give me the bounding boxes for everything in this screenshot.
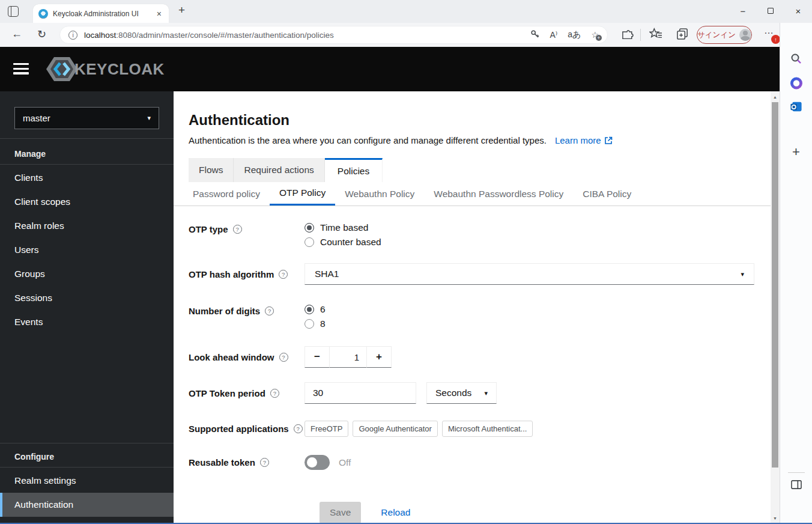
sidebar-item-groups[interactable]: Groups [0, 262, 174, 286]
close-window-button[interactable]: × [784, 0, 812, 22]
tab-flows[interactable]: Flows [189, 158, 234, 182]
new-tab-button[interactable]: + [178, 4, 185, 17]
otp-hash-algorithm-select[interactable]: SHA1 ▾ [304, 263, 754, 285]
site-info-icon[interactable]: i [68, 31, 77, 40]
otp-token-period-label: OTP Token period ? [189, 382, 304, 404]
reload-link[interactable]: Reload [381, 507, 410, 518]
otp-type-time-based-option[interactable]: Time based [304, 222, 381, 233]
sidebar-item-realm-roles[interactable]: Realm roles [0, 214, 174, 238]
subtab-ciba-policy[interactable]: CIBA Policy [573, 182, 641, 206]
sidebar-item-authentication[interactable]: Authentication [0, 493, 174, 517]
supported-applications-label-text: Supported applications [189, 424, 289, 434]
subtab-webauthn-passwordless-policy[interactable]: Webauthn Passwordless Policy [424, 182, 573, 206]
subtab-webauthn-policy[interactable]: Webauthn Policy [335, 182, 424, 206]
sidebar-item-users[interactable]: Users [0, 238, 174, 262]
microsoft-365-icon[interactable] [790, 77, 802, 92]
radio-checked-icon[interactable] [304, 305, 314, 314]
look-ahead-window-input[interactable]: 1 [330, 346, 366, 368]
number-of-digits-help-icon[interactable]: ? [265, 306, 274, 315]
page-description: Authentication is the area where you can… [189, 135, 547, 145]
otp-hash-algorithm-help-icon[interactable]: ? [279, 270, 288, 279]
stepper-minus-button[interactable]: − [304, 346, 330, 368]
otp-token-period-input[interactable]: 30 [304, 382, 416, 404]
keycloak-logo[interactable]: KEYCLOAK [44, 55, 165, 83]
otp-hash-algorithm-label: OTP hash algorithm ? [189, 263, 304, 285]
tab-close-icon[interactable]: × [155, 9, 163, 19]
otp-policy-form: OTP type ? Time based Counter based OTP … [174, 222, 771, 523]
reusable-token-toggle[interactable] [304, 455, 330, 470]
subtab-otp-policy[interactable]: OTP Policy [270, 182, 335, 206]
extensions-icon[interactable] [622, 28, 635, 43]
digits-8-label: 8 [320, 318, 326, 329]
sidebar-item-events[interactable]: Events [0, 310, 174, 334]
scrollbar-thumb[interactable] [772, 102, 778, 468]
nav-section-configure: Configure [14, 452, 54, 462]
digits-6-option[interactable]: 6 [304, 304, 326, 315]
collections-icon[interactable] [676, 28, 689, 43]
nav-toggle-icon[interactable] [13, 63, 29, 75]
sidebar-add-icon[interactable]: + [792, 144, 800, 160]
stepper-plus-button[interactable]: + [366, 346, 392, 368]
radio-checked-icon[interactable] [304, 223, 314, 233]
otp-token-period-help-icon[interactable]: ? [270, 389, 279, 398]
tab-policies[interactable]: Policies [325, 158, 383, 182]
otp-type-options: Time based Counter based [304, 222, 381, 248]
reusable-token-state: Off [339, 457, 351, 468]
signin-avatar-icon [739, 29, 751, 41]
sidebar-item-clients[interactable]: Clients [0, 166, 174, 190]
otp-token-period-row: OTP Token period ? 30 Seconds ▾ [189, 382, 771, 404]
otp-token-period-unit-select[interactable]: Seconds ▾ [426, 382, 497, 404]
radio-unchecked-icon[interactable] [304, 237, 314, 247]
sidebar-item-realm-settings[interactable]: Realm settings [0, 469, 174, 493]
reusable-token-help-icon[interactable]: ? [260, 458, 269, 467]
external-link-icon [604, 136, 613, 145]
look-ahead-window-help-icon[interactable]: ? [279, 353, 288, 362]
favorites-icon[interactable] [649, 28, 662, 42]
browser-tab[interactable]: Keycloak Administration UI × [33, 4, 169, 23]
otp-hash-algorithm-row: OTP hash algorithm ? SHA1 ▾ [189, 263, 771, 285]
realm-name: master [23, 113, 50, 123]
minimize-button[interactable]: − [729, 0, 757, 22]
save-button[interactable]: Save [320, 502, 361, 523]
translate-icon[interactable]: aあ [568, 29, 581, 40]
learn-more-link[interactable]: Learn more [555, 135, 613, 145]
otp-type-label: OTP type ? [189, 222, 304, 248]
outlook-icon[interactable] [790, 100, 802, 115]
reusable-token-label: Reusable token ? [189, 455, 304, 470]
realm-selector[interactable]: master ▾ [14, 107, 159, 129]
supported-applications-row: Supported applications ? FreeOTP Google … [189, 421, 771, 437]
subtab-password-policy[interactable]: Password policy [183, 182, 270, 206]
tab-required-actions[interactable]: Required actions [234, 158, 324, 182]
password-key-icon[interactable] [530, 29, 540, 41]
read-aloud-icon[interactable]: A⁾ [550, 30, 558, 40]
sidebar-panel-icon[interactable] [790, 480, 802, 492]
otp-type-counter-based-option[interactable]: Counter based [304, 237, 381, 248]
sidebar-search-icon[interactable] [790, 52, 803, 68]
toggle-knob [307, 457, 317, 468]
sidebar-item-sessions[interactable]: Sessions [0, 286, 174, 310]
tab-actions-icon[interactable] [8, 6, 19, 17]
back-button[interactable]: ← [11, 28, 22, 40]
otp-type-help-icon[interactable]: ? [233, 225, 242, 234]
scrollbar-up-icon[interactable]: ▲ [771, 95, 780, 99]
add-favorite-icon[interactable]: ☆+ [591, 30, 599, 40]
sidebar-item-client-scopes[interactable]: Client scopes [0, 190, 174, 214]
refresh-button[interactable]: ↻ [37, 28, 46, 41]
radio-unchecked-icon[interactable] [304, 319, 314, 329]
number-of-digits-label-text: Number of digits [189, 306, 260, 316]
otp-token-period-label-text: OTP Token period [189, 388, 265, 398]
digits-6-label: 6 [320, 304, 326, 315]
address-bar[interactable]: i localhost:8080/admin/master/console/#/… [59, 26, 608, 44]
browser-menu-button[interactable]: … [764, 25, 774, 36]
url-text[interactable]: localhost:8080/admin/master/console/#/ma… [84, 31, 524, 40]
maximize-button[interactable] [757, 0, 784, 22]
scrollbar-down-icon[interactable]: ▼ [771, 516, 780, 520]
page-scrollbar[interactable]: ▲ ▼ [771, 91, 780, 524]
tab-title: Keycloak Administration UI [53, 10, 155, 18]
supported-applications-help-icon[interactable]: ? [294, 424, 303, 433]
signin-button[interactable]: サインイン [697, 26, 752, 44]
chevron-down-icon: ▾ [484, 389, 488, 397]
chip-google-authenticator: Google Authenticator [353, 421, 437, 437]
realm-caret-icon: ▾ [147, 114, 151, 122]
digits-8-option[interactable]: 8 [304, 318, 326, 329]
